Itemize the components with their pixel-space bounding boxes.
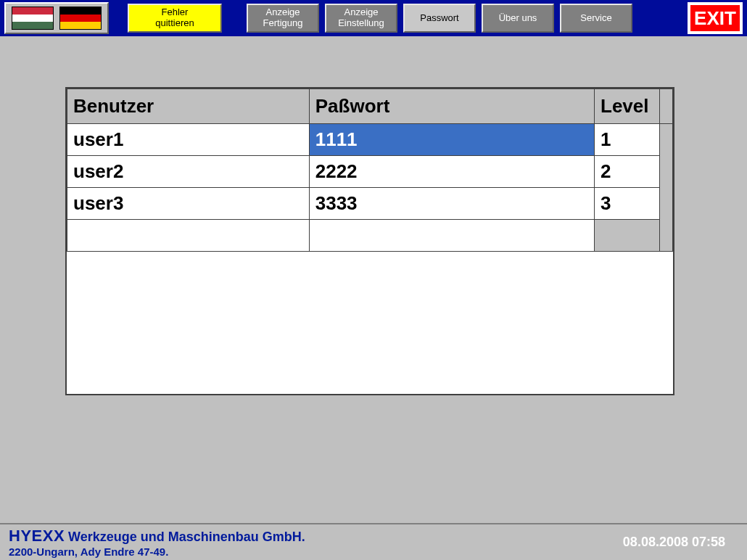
exit-button[interactable]: EXIT: [689, 4, 741, 33]
main-content: Benutzer Paßwort Level user1 1111 1 user…: [0, 36, 747, 395]
header-password[interactable]: Paßwort: [309, 89, 594, 124]
top-toolbar: Fehler quittieren Anzeige Fertigung Anze…: [0, 0, 747, 36]
cell-level-empty[interactable]: [595, 220, 660, 252]
status-bar: HYEXX Werkzeuge und Maschinenbau GmbH. 2…: [0, 523, 747, 560]
company-name: HYEXX Werkzeuge und Maschinenbau GmbH.: [9, 527, 305, 545]
flag-hungary-icon[interactable]: [12, 7, 54, 30]
company-info: HYEXX Werkzeuge und Maschinenbau GmbH. 2…: [9, 527, 305, 558]
datetime-display: 08.08.2008 07:58: [623, 535, 738, 550]
service-button[interactable]: Service: [560, 4, 632, 33]
scrollbar-track-icon[interactable]: [659, 89, 672, 124]
cell-password[interactable]: 2222: [309, 156, 594, 188]
language-flag-panel: [4, 2, 109, 34]
display-settings-button[interactable]: Anzeige Einstellung: [325, 4, 397, 33]
exit-button-frame: EXIT: [688, 2, 743, 34]
table-header-row: Benutzer Paßwort Level: [67, 89, 673, 124]
company-address: 2200-Ungarn, Ady Endre 47-49.: [9, 545, 305, 558]
cell-level[interactable]: 2: [595, 156, 660, 188]
cell-user[interactable]: user3: [67, 188, 310, 220]
cell-level[interactable]: 3: [595, 188, 660, 220]
display-production-button[interactable]: Anzeige Fertigung: [247, 4, 319, 33]
cell-password-empty[interactable]: [309, 220, 594, 252]
cell-password[interactable]: 3333: [309, 188, 594, 220]
table-row[interactable]: user3 3333 3: [67, 188, 673, 220]
table-row[interactable]: user1 1111 1: [67, 124, 673, 156]
cell-user[interactable]: user1: [67, 124, 310, 156]
cell-user-empty[interactable]: [67, 220, 310, 252]
user-table: Benutzer Paßwort Level user1 1111 1 user…: [67, 88, 673, 252]
about-button[interactable]: Über uns: [482, 4, 554, 33]
password-button[interactable]: Passwort: [403, 4, 476, 33]
table-row[interactable]: user2 2222 2: [67, 156, 673, 188]
flag-germany-icon[interactable]: [59, 7, 102, 30]
table-row[interactable]: [67, 220, 673, 252]
quit-error-button[interactable]: Fehler quittieren: [128, 4, 222, 33]
user-table-container: Benutzer Paßwort Level user1 1111 1 user…: [65, 87, 674, 395]
cell-password[interactable]: 1111: [309, 124, 594, 156]
cell-user[interactable]: user2: [67, 156, 310, 188]
cell-level[interactable]: 1: [595, 124, 660, 156]
header-level[interactable]: Level: [595, 89, 660, 124]
scrollbar-track-icon[interactable]: [659, 124, 672, 252]
header-user[interactable]: Benutzer: [67, 89, 310, 124]
